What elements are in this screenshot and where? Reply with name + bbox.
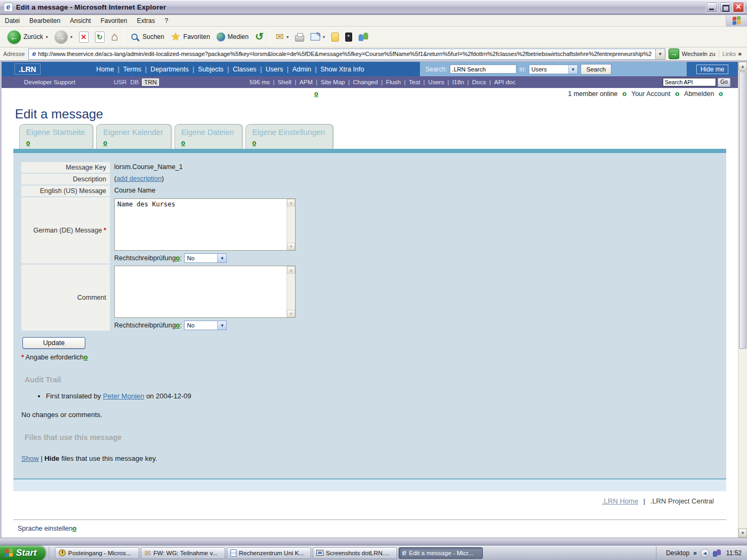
- home-button[interactable]: ⌂: [108, 30, 121, 43]
- dev-link-users[interactable]: Users: [428, 79, 444, 85]
- toolbar-chevron-icon[interactable]: »: [693, 549, 697, 557]
- scroll-down-icon[interactable]: ▼: [287, 243, 295, 250]
- edit-button[interactable]: ▾: [307, 32, 328, 42]
- go-button[interactable]: → Wechseln zu: [669, 49, 716, 59]
- flag-usr[interactable]: USR: [114, 79, 126, 85]
- nav-classes[interactable]: Classes: [233, 66, 256, 73]
- tab-eigene-einstellungen[interactable]: Eigene Einstellungen o: [245, 124, 333, 149]
- menu-ansicht[interactable]: Ansicht: [65, 16, 96, 26]
- lrn-home-link[interactable]: .LRN Home: [602, 497, 638, 505]
- tab-eigene-startseite[interactable]: Eigene Startseite o: [19, 124, 93, 149]
- task-edit-a-message[interactable]: e Edit a message - Micr...: [399, 547, 483, 559]
- search-button-toolbar[interactable]: Suchen: [127, 31, 168, 42]
- dev-link-i18n[interactable]: I18n: [452, 79, 464, 85]
- api-go-button[interactable]: Go: [718, 78, 730, 87]
- start-button[interactable]: Start: [0, 546, 45, 560]
- refresh-button[interactable]: ↻: [92, 30, 108, 44]
- scroll-down-button[interactable]: ▼: [738, 529, 747, 538]
- print-button[interactable]: [292, 31, 307, 43]
- your-account-link[interactable]: Your Account: [631, 90, 670, 98]
- show-files-link[interactable]: Show: [21, 454, 39, 462]
- address-dropdown-button[interactable]: ▾: [655, 49, 665, 59]
- scrollbar-thumb[interactable]: [739, 71, 746, 349]
- back-dropdown-icon[interactable]: ▾: [46, 35, 48, 39]
- forward-button[interactable]: → ▾: [51, 29, 76, 45]
- german-message-textarea[interactable]: Name des Kurses: [115, 199, 287, 250]
- tab-help-o-link[interactable]: o: [252, 139, 256, 147]
- menu-datei[interactable]: Datei: [0, 16, 25, 26]
- spellcheck-select[interactable]: No ▾: [184, 253, 227, 263]
- scroll-down-icon[interactable]: ▼: [287, 310, 295, 317]
- dev-link-ms[interactable]: 596 ms: [250, 79, 270, 85]
- chevron-down-icon[interactable]: ▾: [217, 321, 226, 330]
- forward-dropdown-icon[interactable]: ▾: [70, 35, 73, 39]
- tab-eigener-kalender[interactable]: Eigener Kalender o: [96, 124, 171, 149]
- fullscreen-button[interactable]: [342, 31, 355, 43]
- task-screenshots[interactable]: Screenshots dotLRN....: [313, 547, 397, 559]
- minimize-button[interactable]: [706, 2, 718, 13]
- update-button[interactable]: Update: [22, 337, 85, 349]
- back-button[interactable]: ← Zurück ▾: [4, 29, 51, 45]
- dev-link-flush[interactable]: Flush: [386, 79, 401, 85]
- chevron-down-icon[interactable]: ▾: [568, 65, 577, 74]
- dev-link-changed[interactable]: Changed: [353, 79, 378, 85]
- vertical-scrollbar[interactable]: ▲ ▼: [738, 62, 747, 538]
- textarea-scrollbar[interactable]: ▲ ▼: [287, 266, 295, 317]
- help-o-link[interactable]: o: [314, 90, 318, 98]
- mail-dropdown-icon[interactable]: ▾: [287, 35, 289, 39]
- menu-help[interactable]: ?: [160, 16, 173, 26]
- nav-departments[interactable]: Departments: [150, 66, 189, 73]
- menu-favoriten[interactable]: Favoriten: [96, 16, 132, 26]
- scrollbar-track[interactable]: [738, 349, 747, 529]
- mail-button[interactable]: ✉ ▾: [273, 30, 292, 44]
- taskbar-grip[interactable]: [49, 547, 53, 559]
- dev-link-test[interactable]: Test: [409, 79, 420, 85]
- taskbar-grip[interactable]: [656, 547, 661, 559]
- menu-bearbeiten[interactable]: Bearbeiten: [25, 16, 65, 26]
- discuss-button[interactable]: [328, 31, 342, 43]
- set-language-link[interactable]: Sprache einstellen: [18, 525, 73, 532]
- messenger-button[interactable]: [355, 31, 371, 43]
- add-description-link[interactable]: add description: [116, 175, 162, 182]
- spellcheck-help-o-link[interactable]: o: [176, 322, 180, 329]
- search-scope-select[interactable]: Users ▾: [529, 65, 578, 74]
- nav-subjects[interactable]: Subjects: [198, 66, 224, 73]
- hide-inactive-icons-button[interactable]: ◀: [701, 549, 709, 557]
- task-mail-message[interactable]: ✉ FW: WG: Teilnahme v...: [141, 547, 225, 559]
- logout-link[interactable]: Abmelden: [684, 90, 714, 98]
- lrn-project-central-link[interactable]: .LRN Project Central: [650, 497, 714, 505]
- tab-help-o-link[interactable]: o: [26, 139, 30, 147]
- address-field[interactable]: e ▾: [28, 49, 665, 60]
- nav-users[interactable]: Users: [266, 66, 283, 73]
- nav-terms[interactable]: Terms: [123, 66, 141, 73]
- spellcheck-select[interactable]: No ▾: [184, 321, 227, 330]
- tab-help-o-link[interactable]: o: [103, 139, 107, 147]
- close-button[interactable]: [733, 2, 744, 13]
- dev-link-docs[interactable]: Docs: [472, 79, 486, 85]
- task-posteingang[interactable]: Posteingang - Micros...: [55, 547, 139, 559]
- nav-home[interactable]: Home: [96, 66, 114, 73]
- flag-trn[interactable]: TRN: [142, 79, 158, 85]
- favorites-button[interactable]: ★ Favoriten: [168, 31, 213, 43]
- task-rechenzentrum[interactable]: Rechenzentrum Uni K...: [227, 547, 311, 559]
- nav-show-xtra-info[interactable]: Show Xtra Info: [320, 66, 364, 73]
- tab-eigene-dateien[interactable]: Eigene Dateien o: [174, 124, 242, 149]
- scroll-up-icon[interactable]: ▲: [287, 266, 295, 274]
- restore-button[interactable]: [719, 2, 731, 13]
- desktop-toolbar-label[interactable]: Desktop: [666, 549, 689, 557]
- dev-link-apm[interactable]: APM: [299, 79, 313, 85]
- history-button[interactable]: ↺: [252, 31, 267, 42]
- dev-link-site-map[interactable]: Site Map: [321, 79, 345, 85]
- translator-link[interactable]: Peter Monien: [103, 392, 144, 400]
- required-help-o-link[interactable]: o: [84, 354, 88, 361]
- messenger-tray-icon[interactable]: [713, 549, 721, 557]
- hide-me-button[interactable]: Hide me: [696, 65, 729, 74]
- nav-admin[interactable]: Admin: [292, 66, 311, 73]
- lrn-search-button[interactable]: Search: [581, 64, 611, 75]
- help-o-icon[interactable]: o: [675, 90, 679, 98]
- help-o-icon[interactable]: o: [719, 90, 723, 98]
- help-o-icon[interactable]: o: [623, 90, 627, 98]
- dev-link-api-doc[interactable]: API doc: [494, 79, 515, 85]
- links-toolbar[interactable]: Links »: [719, 50, 745, 58]
- chevron-down-icon[interactable]: ▾: [217, 254, 226, 262]
